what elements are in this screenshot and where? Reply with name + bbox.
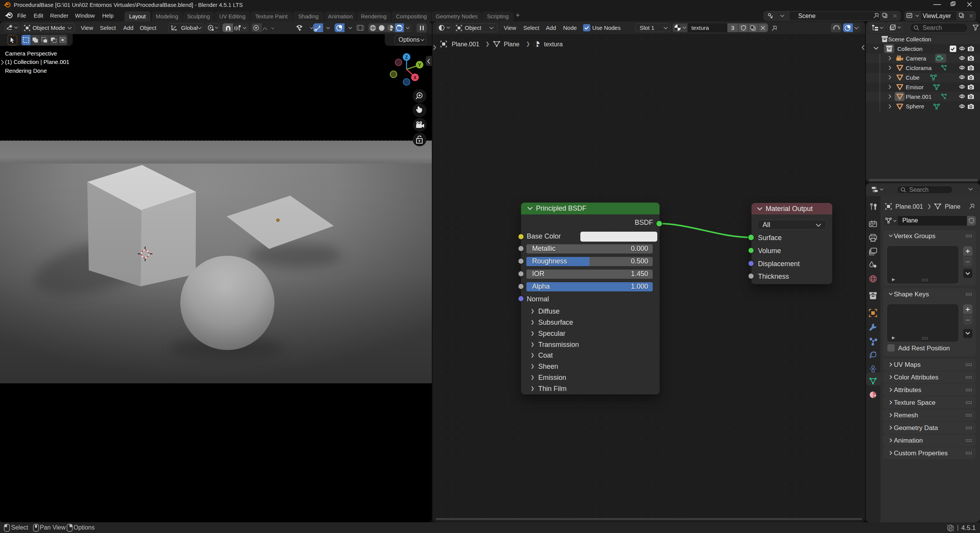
svg-text:X: X bbox=[413, 75, 416, 80]
svg-text:Z: Z bbox=[405, 55, 408, 60]
svg-text:Y: Y bbox=[418, 62, 421, 68]
